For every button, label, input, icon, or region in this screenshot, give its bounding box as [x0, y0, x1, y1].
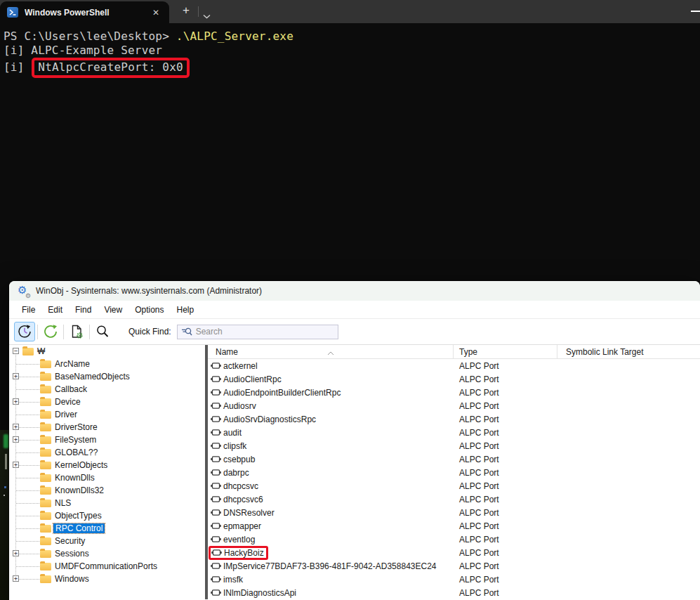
tree-item-arcname[interactable]: ArcName: [9, 358, 205, 370]
expand-icon[interactable]: +: [13, 462, 19, 468]
folder-icon: [40, 411, 51, 419]
expand-icon[interactable]: +: [13, 373, 19, 379]
expand-icon[interactable]: +: [13, 575, 19, 582]
search-input[interactable]: [177, 325, 338, 339]
object-type: ALPC Port: [459, 481, 499, 491]
expand-icon[interactable]: +: [13, 436, 19, 443]
table-row[interactable]: HackyBoizALPC Port: [208, 546, 700, 559]
table-row[interactable]: imsfkALPC Port: [208, 573, 700, 586]
tree-item-global-[interactable]: GLOBAL??: [9, 446, 205, 459]
tree-item--[interactable]: −₩: [9, 345, 205, 358]
folder-icon: [22, 348, 34, 356]
tree-item-knowndlls32[interactable]: KnownDlls32: [9, 484, 205, 497]
tree-connector-stub: [16, 427, 39, 428]
table-row[interactable]: auditALPC Port: [208, 426, 700, 439]
table-row[interactable]: IMpService77BDAF73-B396-481F-9042-AD3588…: [208, 559, 700, 573]
folder-icon: [40, 563, 51, 570]
find-button[interactable]: [92, 322, 113, 341]
menu-edit[interactable]: Edit: [41, 302, 69, 318]
tree-item-umdfcommunicationports[interactable]: UMDFCommunicationPorts: [9, 560, 205, 573]
column-header-target[interactable]: Symbolic Link Target: [566, 347, 644, 357]
folder-icon: [40, 462, 51, 469]
alpc-port-icon: [211, 469, 221, 476]
winobj-app-icon: ⚙⚙: [18, 285, 29, 297]
object-name: INlmDiagnosticsApi: [223, 588, 296, 598]
tree-item-device[interactable]: +Device: [9, 396, 205, 408]
alpc-port-icon: [211, 535, 221, 543]
tree-item-label: GLOBAL??: [55, 448, 98, 457]
highlighted-output-text: NtAlpcCreatePort: 0x0: [38, 60, 183, 74]
terminal-tab[interactable]: Windows PowerShell ✕: [0, 1, 169, 23]
table-row[interactable]: actkernelALPC Port: [208, 359, 700, 372]
object-name: IMpService77BDAF73-B396-481F-9042-AD3588…: [223, 561, 437, 571]
tree-item-nls[interactable]: NLS: [9, 497, 205, 509]
alpc-port-icon: [211, 535, 221, 543]
table-row[interactable]: INlmDiagnosticsApiALPC Port: [208, 586, 700, 599]
table-row[interactable]: csebpubALPC Port: [208, 452, 700, 466]
menu-find[interactable]: Find: [69, 302, 98, 318]
tab-close-icon[interactable]: ✕: [150, 7, 162, 18]
alpc-port-icon: [211, 402, 221, 410]
expand-icon[interactable]: +: [13, 550, 19, 556]
column-separator[interactable]: [557, 345, 557, 359]
column-separator[interactable]: [453, 345, 454, 359]
alpc-port-icon: [211, 442, 221, 450]
alpc-port-icon: [211, 362, 221, 370]
table-row[interactable]: AudioSrvDiagnosticsRpcALPC Port: [208, 412, 700, 426]
tree-connector-stub: [16, 478, 39, 478]
table-row[interactable]: eventlogALPC Port: [208, 533, 700, 546]
tree-item-basenamedobjects[interactable]: +BaseNamedObjects: [9, 370, 205, 383]
object-type: ALPC Port: [459, 508, 499, 518]
object-name: dhcpcsvc6: [223, 495, 263, 504]
object-name: DNSResolver: [223, 508, 275, 518]
refresh-button[interactable]: [40, 322, 61, 341]
minimize-icon[interactable]: [691, 11, 700, 12]
tree-item-rpc-control[interactable]: RPC Control: [9, 522, 205, 535]
tree-item-callback[interactable]: Callback: [9, 383, 205, 396]
tree-item-security[interactable]: Security: [9, 535, 205, 547]
tree-item-kernelobjects[interactable]: +KernelObjects: [9, 459, 205, 471]
properties-button[interactable]: [66, 322, 87, 341]
menu-options[interactable]: Options: [128, 302, 170, 318]
table-row[interactable]: AudioEndpointBuilderClientRpcALPC Port: [208, 386, 700, 399]
menu-file[interactable]: File: [15, 302, 41, 318]
menu-view[interactable]: View: [98, 302, 128, 318]
menu-help[interactable]: Help: [171, 302, 201, 318]
table-row[interactable]: dhcpcsvcALPC Port: [208, 479, 700, 493]
table-row[interactable]: epmapperALPC Port: [208, 519, 700, 533]
alpc-port-icon: [211, 482, 221, 490]
tree-item-knowndlls[interactable]: KnownDlls: [9, 471, 205, 484]
folder-icon: [40, 550, 51, 558]
red-annotation-box: NtAlpcCreatePort: 0x0: [32, 58, 190, 78]
table-row[interactable]: dabrpcALPC Port: [208, 466, 700, 479]
expand-icon[interactable]: +: [13, 424, 19, 430]
refresh-timer-button[interactable]: [14, 322, 35, 341]
tree-item-label: DriverStore: [55, 422, 98, 432]
column-header-type[interactable]: Type: [459, 347, 477, 357]
object-tree: −₩ArcName+BaseNamedObjectsCallback+Devic…: [9, 345, 205, 599]
tree-item-driver[interactable]: Driver: [9, 408, 205, 421]
alpc-port-icon: [211, 362, 221, 370]
tree-item-windows[interactable]: +Windows: [9, 573, 205, 585]
table-row[interactable]: AudioClientRpcALPC Port: [208, 372, 700, 386]
table-row[interactable]: clipsfkALPC Port: [208, 439, 700, 452]
table-row[interactable]: AudiosrvALPC Port: [208, 399, 700, 412]
table-row[interactable]: dhcpcsvc6ALPC Port: [208, 493, 700, 506]
object-type: ALPC Port: [459, 561, 499, 571]
tree-item-sessions[interactable]: +Sessions: [9, 547, 205, 560]
expand-icon[interactable]: +: [13, 398, 19, 405]
tree-connector-stub: [16, 554, 39, 554]
tab-dropdown-chevron-icon[interactable]: [203, 9, 211, 22]
document-gear-icon: [69, 324, 84, 339]
tree-item-driverstore[interactable]: +DriverStore: [9, 421, 205, 433]
tree-item-filesystem[interactable]: +FileSystem: [9, 433, 205, 446]
alpc-port-icon: [211, 509, 221, 516]
collapse-icon[interactable]: −: [13, 348, 19, 354]
folder-icon: [40, 424, 51, 431]
column-header-name[interactable]: Name: [216, 347, 238, 357]
tree-connector-stub: [16, 490, 39, 491]
table-row[interactable]: DNSResolverALPC Port: [208, 506, 700, 519]
tree-item-objecttypes[interactable]: ObjectTypes: [9, 509, 205, 522]
object-type: ALPC Port: [459, 575, 499, 585]
new-tab-button[interactable]: +: [178, 4, 194, 18]
